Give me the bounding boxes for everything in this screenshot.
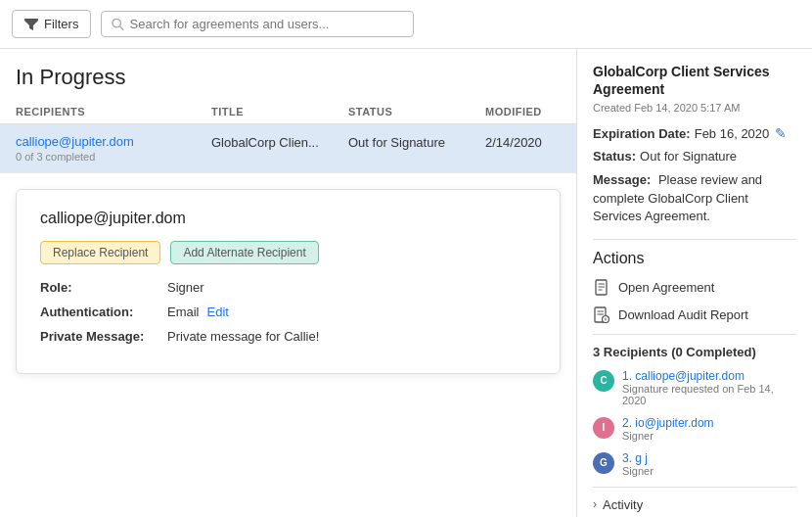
audit-icon [593, 306, 610, 324]
row-status: Out for Signature [348, 134, 485, 150]
recipient-sub-2: Signer [622, 430, 714, 442]
avatar-2: I [593, 417, 614, 439]
message-label: Message: [593, 172, 651, 187]
recipient-email: calliope@jupiter.dom [16, 134, 211, 149]
col-title: TITLE [211, 106, 348, 118]
recipient-completed: 0 of 3 completed [16, 151, 211, 163]
search-icon [112, 18, 123, 30]
section-title: In Progress [0, 49, 576, 100]
recipient-name-3: 3. g j [622, 451, 654, 465]
popup-email: calliope@jupiter.dom [40, 210, 536, 227]
expiration-row: Expiration Date: Feb 16, 2020 ✎ [593, 125, 796, 141]
popup-auth-label: Authentication: [40, 305, 167, 319]
svg-point-0 [113, 19, 120, 26]
popup-msg-field: Private Message: Private message for Cal… [40, 329, 536, 344]
recipients-title: 3 Recipients (0 Completed) [593, 345, 796, 359]
recipient-name-2: 2. io@jupiter.dom [622, 416, 714, 430]
popup-auth-edit[interactable]: Edit [207, 305, 229, 319]
popup-actions: Replace Recipient Add Alternate Recipien… [40, 241, 536, 264]
add-alternate-button[interactable]: Add Alternate Recipient [170, 241, 318, 264]
replace-recipient-button[interactable]: Replace Recipient [40, 241, 160, 264]
popup-card: calliope@jupiter.dom Replace Recipient A… [16, 189, 561, 374]
right-panel: GlobalCorp Client Services Agreement Cre… [577, 49, 812, 517]
recipients-section: 3 Recipients (0 Completed) C 1. calliope… [593, 345, 796, 477]
recipient-info-2: 2. io@jupiter.dom Signer [622, 416, 714, 442]
filter-icon [24, 19, 38, 30]
popup-msg-label: Private Message: [40, 329, 167, 344]
expiration-value: Feb 16, 2020 [695, 126, 770, 141]
col-modified: MODIFIED [485, 106, 577, 118]
message-row: Message: Please review and complete Glob… [593, 171, 796, 225]
doc-icon [593, 279, 610, 297]
popup-msg-value: Private message for Callie! [167, 329, 319, 344]
recipient-item-2: I 2. io@jupiter.dom Signer [593, 416, 796, 442]
filter-button[interactable]: Filters [12, 10, 91, 38]
recipient-name-1: 1. calliope@jupiter.dom [622, 369, 796, 383]
search-input[interactable] [130, 17, 404, 31]
status-label: Status: [593, 149, 636, 164]
download-audit-action[interactable]: Download Audit Report [593, 306, 796, 324]
avatar-3: G [593, 452, 614, 474]
edit-expiration-icon[interactable]: ✎ [775, 125, 787, 141]
recipient-info-3: 3. g j Signer [622, 451, 654, 477]
status-value: Out for Signature [640, 149, 737, 164]
status-row: Status: Out for Signature [593, 149, 796, 164]
agreement-created: Created Feb 14, 2020 5:17 AM [593, 102, 796, 114]
top-bar: Filters [0, 0, 812, 49]
filter-label: Filters [44, 17, 78, 31]
popup-role-value: Signer [167, 280, 204, 295]
download-audit-label: Download Audit Report [618, 307, 748, 322]
divider-2 [593, 334, 796, 335]
popup-auth-field: Authentication: Email Edit [40, 305, 536, 319]
avatar-1: C [593, 370, 614, 392]
open-agreement-label: Open Agreement [618, 280, 714, 295]
recipient-sub-3: Signer [622, 465, 654, 477]
main-layout: In Progress RECIPIENTS TITLE STATUS MODI… [0, 49, 812, 517]
activity-label: Activity [603, 497, 643, 512]
open-agreement-action[interactable]: Open Agreement [593, 279, 796, 297]
recipient-item-3: G 3. g j Signer [593, 451, 796, 477]
search-box[interactable] [101, 11, 414, 37]
table-row[interactable]: calliope@jupiter.dom 0 of 3 completed Gl… [0, 124, 576, 173]
activity-row[interactable]: › Activity [593, 487, 796, 516]
popup-role-label: Role: [40, 280, 167, 295]
recipient-info-1: 1. calliope@jupiter.dom Signature reques… [622, 369, 796, 406]
col-status: STATUS [348, 106, 485, 118]
recipient-item-1: C 1. calliope@jupiter.dom Signature requ… [593, 369, 796, 406]
expiration-label: Expiration Date: [593, 126, 691, 141]
table-header: RECIPIENTS TITLE STATUS MODIFIED [0, 100, 576, 124]
left-panel: In Progress RECIPIENTS TITLE STATUS MODI… [0, 49, 577, 517]
chevron-right-icon: › [593, 497, 597, 511]
agreement-title: GlobalCorp Client Services Agreement [593, 63, 796, 98]
popup-role-field: Role: Signer [40, 280, 536, 295]
col-recipients: RECIPIENTS [16, 106, 211, 118]
divider-1 [593, 239, 796, 240]
svg-line-1 [120, 26, 124, 30]
row-title: GlobalCorp Clien... [211, 134, 348, 150]
row-modified: 2/14/2020 [485, 134, 577, 150]
recipient-cell: calliope@jupiter.dom 0 of 3 completed [16, 134, 211, 163]
popup-auth-value: Email [167, 305, 200, 319]
actions-title: Actions [593, 250, 796, 267]
recipient-sub-1: Signature requested on Feb 14, 2020 [622, 383, 796, 406]
